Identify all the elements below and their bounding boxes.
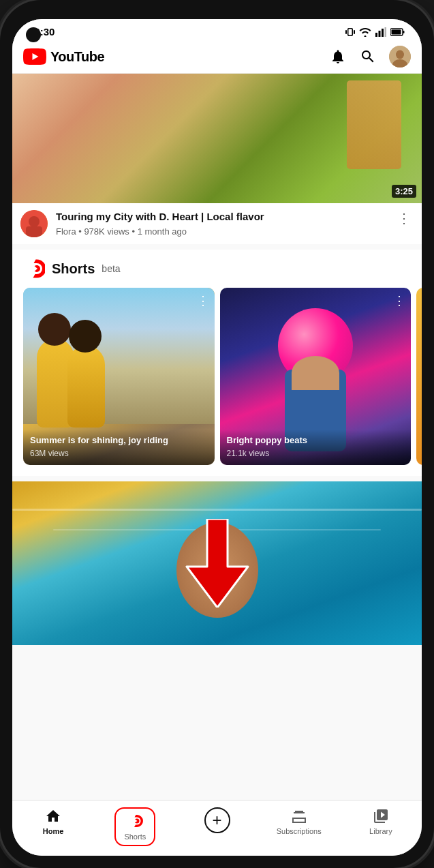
library-nav-label: Library: [369, 827, 392, 835]
shorts-title: Shorts: [52, 261, 95, 277]
shorts-nav-highlight: Shorts: [114, 807, 155, 846]
svg-point-12: [396, 50, 404, 59]
short-card-1[interactable]: ⋮ Summer is for shining, joy riding 63M …: [23, 288, 215, 465]
wifi-icon: [359, 27, 371, 37]
shorts-grid: ⋮ Summer is for shining, joy riding 63M …: [12, 288, 422, 465]
short-2-title: Bright poppy beats: [227, 435, 405, 447]
library-nav-icon: [372, 807, 390, 825]
youtube-logo[interactable]: YouTube: [23, 48, 104, 65]
nav-library[interactable]: Library: [340, 805, 422, 849]
shorts-logo-icon: [23, 258, 45, 280]
content-area[interactable]: 3:25 Touring my City with D. Heart | Loc…: [12, 74, 422, 800]
camera-notch: [26, 27, 41, 42]
nav-home[interactable]: Home: [12, 805, 94, 849]
status-icons: [345, 27, 405, 38]
short-card-2[interactable]: ⋮ Bright poppy beats 21.1k views: [220, 288, 412, 465]
svg-rect-4: [375, 33, 377, 37]
avatar[interactable]: [389, 46, 411, 68]
phone-screen: 12:30 YouTube: [12, 19, 422, 856]
video-subtitle: Flora • 978K views • 1 month ago: [56, 226, 386, 237]
bell-icon: [330, 48, 346, 65]
short-1-more-button[interactable]: ⋮: [197, 293, 209, 308]
subscriptions-icon: [291, 808, 307, 824]
svg-rect-0: [345, 30, 347, 34]
channel-avatar-image: [20, 210, 48, 237]
svg-point-15: [29, 216, 40, 227]
short-2-more-button[interactable]: ⋮: [393, 293, 405, 308]
svg-rect-7: [385, 27, 387, 37]
home-icon: [45, 808, 61, 824]
channel-avatar[interactable]: [20, 210, 48, 237]
bell-button[interactable]: [329, 48, 347, 65]
shorts-icon: [127, 813, 143, 830]
bottom-nav: Home Shorts +: [12, 800, 422, 856]
search-icon: [360, 48, 376, 65]
video-thumbnail[interactable]: 3:25: [12, 74, 422, 203]
shorts-section-header: Shorts beta: [12, 258, 422, 288]
arrow-overlay: [12, 481, 422, 645]
short-1-views: 63M views: [30, 449, 208, 458]
svg-rect-5: [379, 31, 381, 37]
red-arrow-icon: [183, 519, 251, 608]
header-actions: [329, 46, 411, 68]
subscriptions-nav-icon: [290, 807, 308, 825]
shorts-nav-label: Shorts: [124, 833, 146, 841]
video-meta: Touring my City with D. Heart | Local fl…: [56, 210, 386, 237]
battery-icon: [390, 28, 405, 36]
svg-rect-16: [26, 226, 42, 237]
youtube-logo-icon: [23, 48, 46, 65]
pool-content[interactable]: [12, 481, 422, 645]
shorts-nav-icon: [126, 813, 144, 830]
svg-rect-10: [403, 31, 405, 33]
avatar-image: [389, 46, 411, 68]
svg-rect-9: [392, 29, 401, 34]
video-duration: 3:25: [392, 185, 416, 198]
video-title: Touring my City with D. Heart | Local fl…: [56, 210, 386, 224]
svg-rect-6: [382, 29, 384, 37]
youtube-logo-text: YouTube: [50, 49, 104, 65]
nav-add[interactable]: +: [176, 805, 258, 849]
video-more-button[interactable]: ⋮: [394, 210, 414, 226]
short-1-overlay: Summer is for shining, joy riding 63M vi…: [23, 430, 215, 465]
search-button[interactable]: [359, 48, 377, 65]
short-card-extra[interactable]: [416, 288, 422, 465]
short-2-views: 21.1k views: [227, 449, 405, 458]
svg-marker-18: [187, 519, 248, 608]
nav-shorts[interactable]: Shorts: [94, 805, 176, 849]
video-card: 3:25 Touring my City with D. Heart | Loc…: [12, 74, 422, 244]
shorts-section: Shorts beta ⋮ Summer: [12, 250, 422, 476]
svg-rect-1: [354, 30, 355, 34]
status-bar: 12:30: [12, 19, 422, 40]
vibrate-icon: [345, 27, 355, 38]
svg-rect-3: [349, 29, 352, 35]
video-info: Touring my City with D. Heart | Local fl…: [12, 203, 422, 244]
signal-icon: [375, 27, 386, 37]
shorts-beta-label: beta: [102, 263, 120, 274]
home-nav-label: Home: [43, 827, 64, 835]
phone-frame: 12:30 YouTube: [0, 0, 434, 868]
short-1-title: Summer is for shining, joy riding: [30, 435, 208, 447]
home-nav-icon: [44, 807, 62, 825]
library-icon: [373, 808, 389, 824]
short-2-overlay: Bright poppy beats 21.1k views: [220, 430, 412, 465]
youtube-header: YouTube: [12, 40, 422, 74]
nav-subscriptions[interactable]: Subscriptions: [258, 805, 340, 849]
add-button[interactable]: +: [204, 807, 230, 833]
subscriptions-nav-label: Subscriptions: [277, 827, 322, 835]
